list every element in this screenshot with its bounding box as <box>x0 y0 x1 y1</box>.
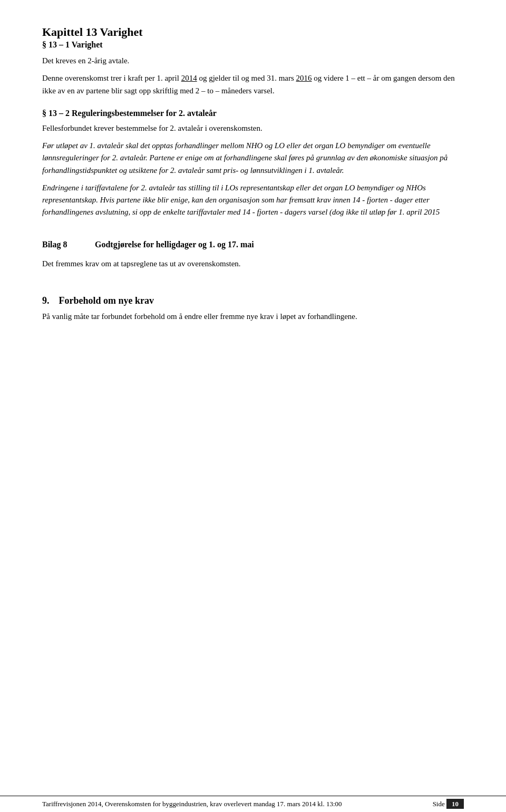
bilag-paragraph: Det fremmes krav om at tapsreglene tas u… <box>42 258 464 270</box>
section9-number-title: 9. Forbehold om nye krav <box>42 295 464 306</box>
p2-start: Denne overenskomst trer i kraft per 1. a… <box>42 74 181 82</box>
italic2-text: Endringene i tariffavtalene for 2. avtal… <box>42 183 440 217</box>
section1-title: § 13 – 1 Varighet <box>42 40 464 50</box>
year-2014: 2014 <box>181 74 197 82</box>
section9-title: Forbehold om nye krav <box>59 295 154 306</box>
footer-page-number: 10 <box>446 799 464 809</box>
p2-mid: og gjelder til og med 31. mars <box>197 74 296 82</box>
bilag-label: Bilag 8 <box>42 240 95 249</box>
section9-paragraph: På vanlig måte tar forbundet forbehold o… <box>42 311 464 323</box>
italic-block-2: Endringene i tariffavtalene for 2. avtal… <box>42 182 464 219</box>
p1-text: Det kreves en 2-årig avtale. <box>42 56 129 65</box>
year-2016: 2016 <box>296 74 312 82</box>
p2-year2: 2016 <box>296 74 312 82</box>
chapter-title: Kapittel 13 Varighet <box>42 25 464 39</box>
footer-page: Side 10 <box>433 800 464 808</box>
paragraph-2: Denne overenskomst trer i kraft per 1. a… <box>42 72 464 97</box>
section2-heading: § 13 – 2 Reguleringsbestemmelser for 2. … <box>42 109 464 118</box>
paragraph-1: Det kreves en 2-årig avtale. <box>42 55 464 67</box>
bilag-row: Bilag 8 Godtgjørelse for helligdager og … <box>42 240 464 249</box>
footer: Tariffrevisjonen 2014, Overenskomsten fo… <box>0 796 506 812</box>
section9-number: 9. <box>42 295 50 306</box>
italic-block-1: Før utløpet av 1. avtaleår skal det oppt… <box>42 140 464 177</box>
footer-left-text: Tariffrevisjonen 2014, Overenskomsten fo… <box>42 800 342 808</box>
p2-year1: 2014 <box>181 74 197 82</box>
footer-page-label: Side <box>433 800 445 808</box>
paragraph-3: Fellesforbundet krever bestemmelse for 2… <box>42 122 464 134</box>
bilag-title: Godtgjørelse for helligdager og 1. og 17… <box>95 240 254 249</box>
page: Kapittel 13 Varighet § 13 – 1 Varighet D… <box>0 0 506 812</box>
